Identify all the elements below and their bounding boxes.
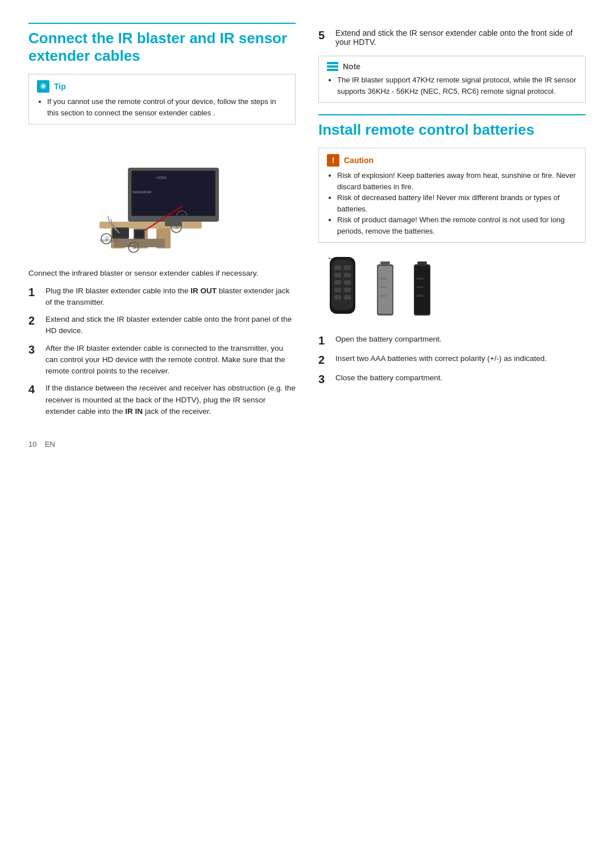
step-2-num: 2 xyxy=(28,314,40,337)
svg-rect-27 xyxy=(334,265,341,270)
svg-text:HDMI: HDMI xyxy=(156,176,167,180)
svg-rect-31 xyxy=(334,280,341,285)
svg-rect-47 xyxy=(415,266,429,314)
tip-label: Tip xyxy=(54,82,66,91)
svg-rect-14 xyxy=(135,230,144,238)
battery-step-3-text: Close the battery compartment. xyxy=(335,372,586,386)
svg-rect-28 xyxy=(344,265,351,270)
note-box: Note The IR blaster support 47KHz remote… xyxy=(318,56,586,103)
left-column: Connect the IR blaster and IR sensor ext… xyxy=(28,23,296,423)
svg-text:←: ← xyxy=(344,254,352,263)
step-3: 3 After the IR blaster extender cable is… xyxy=(28,343,296,377)
battery-step-1-text: Open the battery compartment. xyxy=(335,334,586,347)
battery-step-2-text: Insert two AAA batteries with correct po… xyxy=(335,353,586,367)
svg-text:AAA: AAA xyxy=(417,285,424,289)
battery-diagram: ← ← AAA AAA AAA AAA AAA AAA xyxy=(318,254,586,322)
caution-label: Caution xyxy=(344,156,374,165)
tip-item-1: If you cannot use the remote control of … xyxy=(47,96,287,118)
battery-1-svg: AAA AAA AAA xyxy=(372,257,398,319)
battery-step-3: 3 Close the battery compartment. xyxy=(318,372,586,386)
step-5-num: 5 xyxy=(318,28,330,47)
battery-step-2-num: 2 xyxy=(318,353,330,367)
caution-list: Risk of explosion! Keep batteries away f… xyxy=(327,170,577,236)
step-4-text: If the distance between the receiver and… xyxy=(45,383,296,417)
caution-icon: ! xyxy=(327,154,339,167)
svg-text:←: ← xyxy=(327,254,335,263)
tv-diagram-area: HDMI SWW1810R SWW1810T ① ④ ⑤ xyxy=(28,134,296,259)
svg-rect-30 xyxy=(344,273,351,277)
svg-rect-32 xyxy=(344,280,351,285)
svg-rect-41 xyxy=(378,266,392,314)
right-column: 5 Extend and stick the IR sensor extende… xyxy=(318,23,586,423)
svg-text:AAA: AAA xyxy=(380,285,387,289)
step-4: 4 If the distance between the receiver a… xyxy=(28,383,296,417)
svg-text:AAA: AAA xyxy=(380,277,387,280)
svg-rect-35 xyxy=(334,295,341,300)
svg-rect-29 xyxy=(334,273,341,277)
step-1-num: 1 xyxy=(28,285,40,309)
step-4-num: 4 xyxy=(28,383,40,417)
section-title-batteries: Install remote control batteries xyxy=(318,114,586,139)
tip-box: ✳ Tip If you cannot use the remote contr… xyxy=(28,74,296,124)
svg-text:⑤: ⑤ xyxy=(175,225,179,230)
step-3-text: After the IR blaster extender cable is c… xyxy=(45,343,296,377)
intro-text: Connect the infrared blaster or sensor e… xyxy=(28,268,296,279)
svg-text:SWW1810R: SWW1810R xyxy=(132,190,152,194)
step-5-text: Extend and stick the IR sensor extender … xyxy=(335,28,586,47)
battery-step-1-num: 1 xyxy=(318,334,330,347)
tip-list: If you cannot use the remote control of … xyxy=(37,96,287,118)
caution-item-1: Risk of explosion! Keep batteries away f… xyxy=(337,170,577,192)
note-label: Note xyxy=(343,62,360,71)
svg-rect-45 xyxy=(417,261,427,264)
note-item-1: The IR blaster support 47KHz remote sign… xyxy=(337,74,577,97)
steps-list-left: 1 Plug the IR blaster extender cable int… xyxy=(28,285,296,418)
svg-text:④: ④ xyxy=(180,213,185,219)
battery-2-svg: AAA AAA AAA xyxy=(409,257,435,319)
caution-item-3: Risk of product damage! When the remote … xyxy=(337,214,577,236)
svg-text:AAA: AAA xyxy=(417,277,424,280)
caution-header: ! Caution xyxy=(327,154,577,167)
svg-rect-39 xyxy=(380,261,390,264)
tip-header: ✳ Tip xyxy=(37,80,287,93)
svg-rect-34 xyxy=(344,288,351,292)
svg-text:①: ① xyxy=(105,236,109,242)
caution-box: ! Caution Risk of explosion! Keep batter… xyxy=(318,148,586,243)
battery-steps-list: 1 Open the battery compartment. 2 Insert… xyxy=(318,334,586,386)
page-lang: EN xyxy=(45,440,55,448)
battery-step-1: 1 Open the battery compartment. xyxy=(318,334,586,347)
battery-step-2: 2 Insert two AAA batteries with correct … xyxy=(318,353,586,367)
page-number: 10 xyxy=(28,440,36,448)
caution-item-2: Risk of decreased battery life! Never mi… xyxy=(337,192,577,214)
note-icon xyxy=(327,62,338,71)
note-header: Note xyxy=(327,62,577,71)
step-3-num: 3 xyxy=(28,343,40,377)
step-2-text: Extend and stick the IR blaster extender… xyxy=(45,314,296,337)
step-2: 2 Extend and stick the IR blaster extend… xyxy=(28,314,296,337)
svg-rect-4 xyxy=(114,239,165,247)
note-list: The IR blaster support 47KHz remote sign… xyxy=(327,74,577,97)
svg-text:AAA: AAA xyxy=(380,294,387,297)
battery-step-3-num: 3 xyxy=(318,372,330,386)
svg-text:AAA: AAA xyxy=(417,294,424,297)
tv-diagram-svg: HDMI SWW1810R SWW1810T ① ④ ⑤ xyxy=(82,134,242,259)
page-footer: 10 EN xyxy=(28,440,586,448)
svg-rect-10 xyxy=(165,222,182,226)
tip-icon: ✳ xyxy=(37,80,49,93)
section-title-connect: Connect the IR blaster and IR sensor ext… xyxy=(28,23,296,65)
svg-text:②: ② xyxy=(132,244,136,250)
remote-svg: ← ← xyxy=(324,254,361,322)
step-1: 1 Plug the IR blaster extender cable int… xyxy=(28,285,296,309)
svg-rect-33 xyxy=(334,288,341,292)
step-1-text: Plug the IR blaster extender cable into … xyxy=(45,285,296,309)
svg-rect-36 xyxy=(344,295,351,300)
